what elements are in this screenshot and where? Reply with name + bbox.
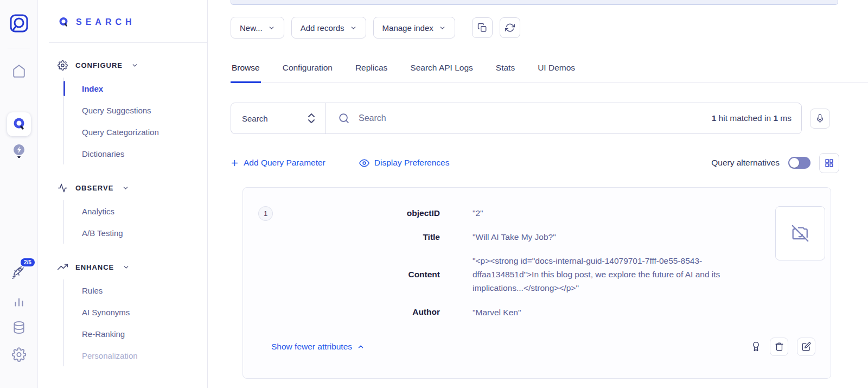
attribute-row: Title "Will AI Take My Job?" xyxy=(283,230,760,244)
camera-off-icon xyxy=(791,224,809,243)
sidebar-nav: CONFIGURE Index Query Suggestions Query … xyxy=(38,43,207,366)
chevron-down-icon xyxy=(122,185,129,192)
record-actions xyxy=(751,338,815,356)
attribute-value: "Marvel Ken" xyxy=(473,306,760,319)
chevron-down-icon xyxy=(268,24,275,31)
tab-replicas[interactable]: Replicas xyxy=(354,56,388,83)
sidebar-item-dictionaries[interactable]: Dictionaries xyxy=(82,143,207,164)
home-icon[interactable] xyxy=(12,64,26,78)
attribute-value: "<p><strong id="docs-internal-guid-14079… xyxy=(473,254,760,295)
refresh-icon xyxy=(505,23,515,33)
search-scope-select[interactable]: Search xyxy=(231,103,326,133)
record-image-placeholder xyxy=(775,206,825,260)
index-toolbar: New... Add records Manage index xyxy=(231,17,520,39)
nav-section-label: OBSERVE xyxy=(75,184,113,192)
show-fewer-attributes-label: Show fewer attributes xyxy=(271,342,352,352)
recommend-lightbulb-icon[interactable] xyxy=(11,143,27,160)
usage-badge: 2/5 xyxy=(20,257,36,268)
search-input[interactable] xyxy=(359,113,703,123)
sidebar-item-analytics[interactable]: Analytics xyxy=(82,200,207,222)
nav-section-observe: OBSERVE Analytics A/B Testing xyxy=(58,179,207,244)
attribute-value: "2" xyxy=(473,206,760,220)
search-icon xyxy=(338,112,350,124)
sidebar-item-re-ranking[interactable]: Re-Ranking xyxy=(82,323,207,345)
delete-record-button[interactable] xyxy=(770,338,788,356)
sidebar-item-ai-synonyms[interactable]: AI Synonyms xyxy=(82,301,207,323)
query-alternatives-toggle[interactable] xyxy=(788,157,810,169)
chevron-down-icon xyxy=(439,24,446,31)
search-stats: 1 hit matched in 1 ms xyxy=(712,113,792,123)
time-value: 1 xyxy=(773,113,778,123)
nav-header-configure[interactable]: CONFIGURE xyxy=(58,56,207,74)
tab-search-api-logs[interactable]: Search API Logs xyxy=(409,56,474,83)
settings-gear-icon[interactable] xyxy=(11,347,26,362)
hits-count: 1 xyxy=(712,113,717,123)
hits-text: hit matched in xyxy=(716,113,773,123)
attribute-label: Author xyxy=(283,307,440,317)
sidebar-item-query-categorization[interactable]: Query Categorization xyxy=(82,121,207,143)
chevron-down-icon xyxy=(123,264,130,271)
search-product-icon xyxy=(58,16,69,28)
tab-configuration[interactable]: Configuration xyxy=(282,56,334,83)
new-index-button[interactable]: New... xyxy=(231,17,284,39)
nav-header-enhance[interactable]: ENHANCE xyxy=(58,258,207,276)
result-card: 1 objectID "2" Title "Will AI Take My Jo… xyxy=(242,187,831,379)
app-rail: 2/5 xyxy=(0,0,38,388)
algolia-logo-icon[interactable] xyxy=(8,12,30,35)
manage-index-label: Manage index xyxy=(382,23,433,33)
nav-section-configure: CONFIGURE Index Query Suggestions Query … xyxy=(58,56,207,164)
nav-section-label: CONFIGURE xyxy=(75,61,123,69)
layout-grid-button[interactable] xyxy=(819,153,839,173)
gear-icon xyxy=(58,60,68,71)
sidebar-item-index[interactable]: Index xyxy=(82,78,207,99)
attribute-label: Title xyxy=(283,232,440,242)
award-ribbon-icon xyxy=(751,341,761,352)
main-content: New... Add records Manage index xyxy=(208,0,868,388)
attribute-label: objectID xyxy=(283,208,440,218)
show-fewer-attributes-link[interactable]: Show fewer attributes xyxy=(271,342,365,352)
grid-icon xyxy=(825,158,834,168)
display-preferences-link[interactable]: Display Preferences xyxy=(359,158,450,168)
sidebar-item-rules[interactable]: Rules xyxy=(82,279,207,301)
plus-icon xyxy=(231,159,239,167)
index-tabs: Browse Configuration Replicas Search API… xyxy=(231,56,868,83)
chevron-up-icon xyxy=(357,343,365,351)
manage-index-button[interactable]: Manage index xyxy=(373,17,455,39)
eye-icon xyxy=(359,158,369,168)
tab-browse[interactable]: Browse xyxy=(231,56,261,83)
copy-icon xyxy=(477,23,487,33)
refresh-button[interactable] xyxy=(500,17,520,38)
rail-item-search-active[interactable] xyxy=(7,112,31,136)
attribute-row: Author "Marvel Ken" xyxy=(283,306,760,319)
attribute-value: "Will AI Take My Job?" xyxy=(473,230,760,244)
voice-search-button[interactable] xyxy=(810,109,830,129)
add-query-parameter-link[interactable]: Add Query Parameter xyxy=(231,158,326,168)
nav-section-label: ENHANCE xyxy=(75,263,114,271)
attribute-row: Content "<p><strong id="docs-internal-gu… xyxy=(283,254,760,295)
copy-index-button[interactable] xyxy=(472,17,493,38)
sidebar-item-ab-testing[interactable]: A/B Testing xyxy=(82,222,207,244)
attribute-row: objectID "2" xyxy=(283,206,760,220)
nav-header-observe[interactable]: OBSERVE xyxy=(58,179,207,197)
chevron-down-icon xyxy=(350,24,357,31)
database-icon[interactable] xyxy=(12,320,26,335)
add-query-parameter-label: Add Query Parameter xyxy=(244,158,326,168)
search-bar: Search 1 hit matched in 1 ms xyxy=(231,103,802,134)
add-records-button[interactable]: Add records xyxy=(291,17,366,39)
sidebar-item-query-suggestions[interactable]: Query Suggestions xyxy=(82,99,207,121)
search-scope-label: Search xyxy=(242,114,268,123)
result-rank-badge: 1 xyxy=(258,206,273,221)
query-options-row: Add Query Parameter Display Preferences … xyxy=(231,154,839,171)
product-title: SEARCH xyxy=(76,17,136,27)
tab-stats[interactable]: Stats xyxy=(495,56,516,83)
time-unit: ms xyxy=(778,113,792,123)
tab-ui-demos[interactable]: UI Demos xyxy=(537,56,576,83)
attribute-label: Content xyxy=(283,270,440,279)
analytics-bars-icon[interactable] xyxy=(12,295,26,309)
sidebar-item-personalization[interactable]: Personalization xyxy=(82,345,207,366)
promote-record-button[interactable] xyxy=(751,341,761,352)
edit-record-button[interactable] xyxy=(797,338,815,356)
chevron-down-icon xyxy=(131,62,138,69)
display-preferences-label: Display Preferences xyxy=(374,158,450,168)
index-selector-partial xyxy=(231,0,838,5)
